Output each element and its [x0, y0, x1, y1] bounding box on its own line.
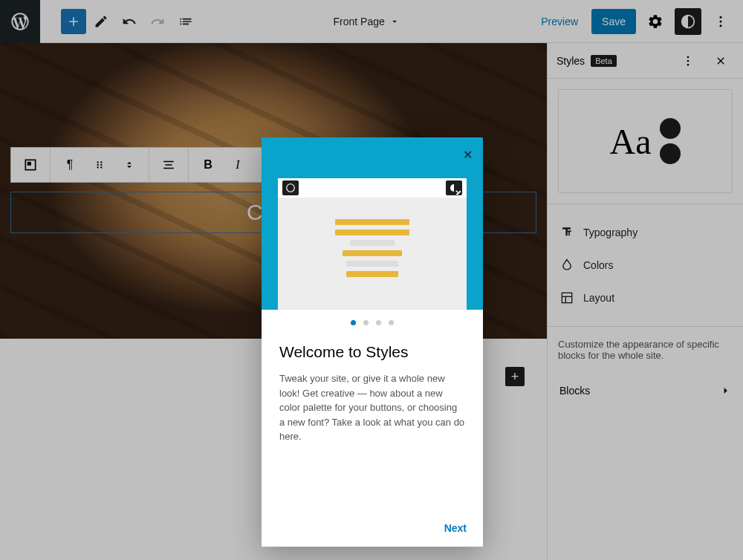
page-dot-2[interactable]	[363, 320, 369, 325]
page-dot-3[interactable]	[376, 320, 381, 325]
welcome-modal: ✕ Welcome to Styles Tweak your site, or …	[262, 137, 483, 547]
illustration-styles-icon	[446, 180, 462, 195]
next-button[interactable]: Next	[444, 522, 467, 534]
illustration-wp-icon	[282, 180, 299, 195]
page-dot-1[interactable]	[351, 320, 356, 325]
modal-title: Welcome to Styles	[279, 343, 465, 361]
modal-body-text: Tweak your site, or give it a whole new …	[279, 371, 465, 444]
modal-illustration	[278, 178, 467, 310]
close-icon[interactable]: ✕	[463, 148, 473, 162]
modal-pagination	[262, 310, 483, 330]
page-dot-4[interactable]	[389, 320, 394, 325]
